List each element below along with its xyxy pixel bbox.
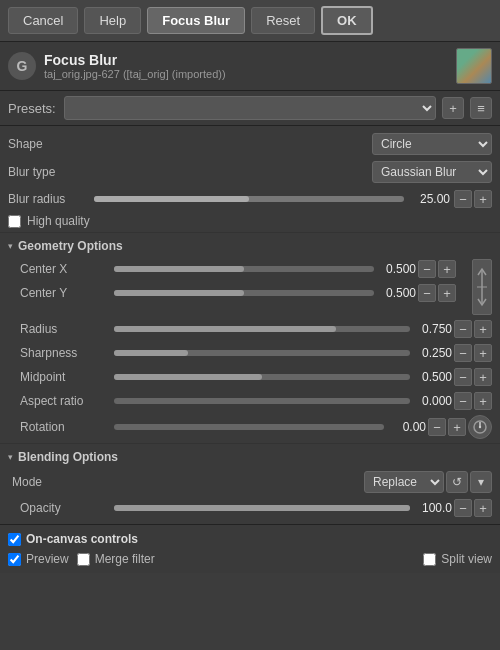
opacity-minus[interactable]: − [454,499,472,517]
svg-point-4 [479,426,481,428]
sharpness-controls: − + [454,344,492,362]
opacity-plus[interactable]: + [474,499,492,517]
opacity-row: Opacity 100.0 − + [0,496,500,520]
center-x-label: Center X [20,262,110,276]
blur-radius-slider[interactable] [94,196,404,202]
ok-button[interactable]: OK [321,6,373,35]
transform-icon[interactable] [472,259,492,315]
aspect-ratio-value: 0.000 [414,394,452,408]
sharpness-slider[interactable] [114,350,410,356]
rotation-minus[interactable]: − [428,418,446,436]
presets-row: Presets: + ≡ [0,91,500,126]
aspect-ratio-plus[interactable]: + [474,392,492,410]
center-x-slider[interactable] [114,266,374,272]
opacity-slider[interactable] [114,505,410,511]
add-preset-button[interactable]: + [442,97,464,119]
blur-type-select[interactable]: Gaussian Blur [372,161,492,183]
geometry-triangle-icon: ▾ [8,241,13,251]
help-button[interactable]: Help [84,7,141,34]
aspect-ratio-controls: − + [454,392,492,410]
opacity-label: Opacity [20,501,110,515]
aspect-ratio-label: Aspect ratio [20,394,110,408]
midpoint-slider[interactable] [114,374,410,380]
center-xy-group: Center X 0.500 − + Center Y 0.500 − [0,257,500,317]
radius-minus[interactable]: − [454,320,472,338]
midpoint-value: 0.500 [414,370,452,384]
aspect-ratio-slider[interactable] [114,398,410,404]
sharpness-minus[interactable]: − [454,344,472,362]
radius-plus[interactable]: + [474,320,492,338]
center-y-minus[interactable]: − [418,284,436,302]
high-quality-label: High quality [27,214,90,228]
shape-row: Shape Circle [0,130,500,158]
blend-mode-select[interactable]: Replace [364,471,444,493]
midpoint-minus[interactable]: − [454,368,472,386]
blur-radius-controls: − + [454,190,492,208]
split-view-checkbox[interactable] [423,553,436,566]
on-canvas-checkbox[interactable] [8,533,21,546]
focus-blur-button[interactable]: Focus Blur [147,7,245,34]
toolbar: Cancel Help Focus Blur Reset OK [0,0,500,42]
rotation-controls: − + [428,418,466,436]
blending-section-title: Blending Options [18,450,118,464]
header-text: Focus Blur taj_orig.jpg-627 ([taj_orig] … [44,52,226,80]
center-y-controls: − + [418,284,456,302]
blur-radius-value: 25.00 [410,192,450,206]
radius-controls: − + [454,320,492,338]
shape-select[interactable]: Circle [372,133,492,155]
rotation-circle-button[interactable] [468,415,492,439]
geometry-section-header[interactable]: ▾ Geometry Options [0,235,500,257]
transform-icon-wrap [464,257,500,317]
plugin-subtitle: taj_orig.jpg-627 ([taj_orig] (imported)) [44,68,226,80]
preview-label: Preview [26,552,69,566]
center-y-slider[interactable] [114,290,374,296]
merge-filter-label: Merge filter [95,552,155,566]
midpoint-fill [114,374,262,380]
center-y-plus[interactable]: + [438,284,456,302]
center-xy-rows: Center X 0.500 − + Center Y 0.500 − [0,257,464,317]
rotation-slider[interactable] [114,424,384,430]
blend-mode-label: Mode [12,475,72,489]
blur-radius-label: Blur radius [8,192,88,206]
blur-radius-plus[interactable]: + [474,190,492,208]
geometry-section-title: Geometry Options [18,239,123,253]
blend-mode-reset[interactable]: ↺ [446,471,468,493]
blur-radius-minus[interactable]: − [454,190,472,208]
presets-select[interactable] [64,96,436,120]
blur-type-label: Blur type [8,165,88,179]
aspect-ratio-minus[interactable]: − [454,392,472,410]
midpoint-label: Midpoint [20,370,110,384]
opacity-controls: − + [454,499,492,517]
split-view-label: Split view [441,552,492,566]
radius-slider[interactable] [114,326,410,332]
radius-row: Radius 0.750 − + [0,317,500,341]
preview-checkbox[interactable] [8,553,21,566]
center-x-fill [114,266,244,272]
blend-mode-expand[interactable]: ▾ [470,471,492,493]
high-quality-row: High quality [0,212,500,230]
midpoint-plus[interactable]: + [474,368,492,386]
sharpness-plus[interactable]: + [474,344,492,362]
rotation-value: 0.00 [388,420,426,434]
rotation-plus[interactable]: + [448,418,466,436]
footer: On-canvas controls Preview Merge filter … [0,524,500,573]
sharpness-fill [114,350,188,356]
center-x-plus[interactable]: + [438,260,456,278]
midpoint-controls: − + [454,368,492,386]
plugin-title: Focus Blur [44,52,226,68]
radius-fill [114,326,336,332]
center-y-row: Center Y 0.500 − + [0,281,464,305]
opacity-value: 100.0 [414,501,452,515]
merge-filter-checkbox[interactable] [77,553,90,566]
reset-button[interactable]: Reset [251,7,315,34]
center-x-minus[interactable]: − [418,260,436,278]
presets-label: Presets: [8,101,58,116]
blending-section-header[interactable]: ▾ Blending Options [0,446,500,468]
radius-label: Radius [20,322,110,336]
cancel-button[interactable]: Cancel [8,7,78,34]
high-quality-checkbox[interactable] [8,215,21,228]
manage-presets-button[interactable]: ≡ [470,97,492,119]
image-thumbnail [456,48,492,84]
blur-radius-fill [94,196,249,202]
center-x-value: 0.500 [378,262,416,276]
